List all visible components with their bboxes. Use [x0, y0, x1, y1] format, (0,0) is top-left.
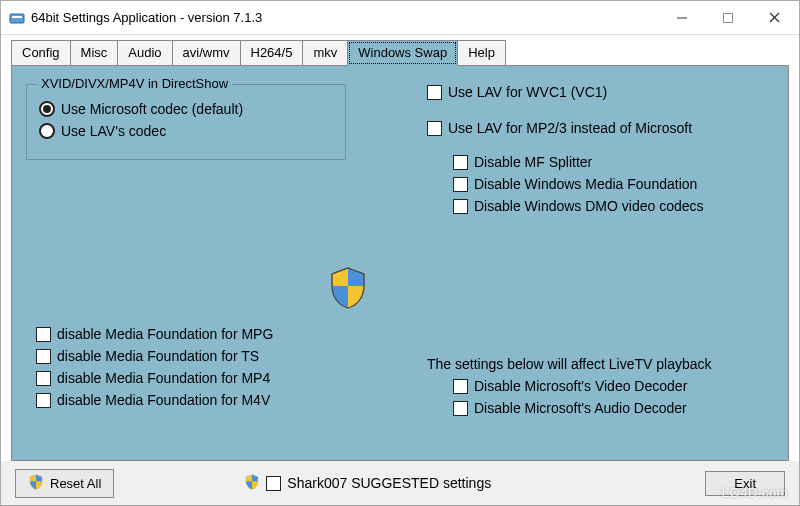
- button-label: Reset All: [50, 476, 101, 491]
- groupbox-legend: XVID/DIVX/MP4V in DirectShow: [37, 76, 232, 91]
- footer: Reset All Shark007 SUGGESTED settings Ex…: [1, 461, 799, 505]
- app-icon: [9, 10, 25, 26]
- tabbar: Config Misc Audio avi/wmv H264/5 mkv Win…: [1, 35, 799, 65]
- checkbox-disable-wmf[interactable]: Disable Windows Media Foundation: [453, 176, 787, 192]
- checkbox-disable-mf-splitter[interactable]: Disable MF Splitter: [453, 154, 787, 170]
- checkbox-disable-mf-ts[interactable]: disable Media Foundation for TS: [36, 348, 273, 364]
- shield-icon: [244, 474, 260, 493]
- minimize-button[interactable]: [659, 2, 705, 34]
- groupbox-xvid-divx-mp4v: XVID/DIVX/MP4V in DirectShow Use Microso…: [26, 84, 346, 160]
- window-controls: [659, 2, 797, 34]
- checkbox-label: Disable MF Splitter: [474, 154, 592, 170]
- checkbox-label: disable Media Foundation for TS: [57, 348, 259, 364]
- checkbox-disable-dmo[interactable]: Disable Windows DMO video codecs: [453, 198, 787, 214]
- radio-label: Use LAV's codec: [61, 123, 166, 139]
- radio-icon: [39, 123, 55, 139]
- right-lower-column: The settings below will affect LiveTV pl…: [427, 356, 787, 422]
- checkbox-label: Shark007 SUGGESTED settings: [287, 475, 491, 491]
- checkbox-icon: [36, 349, 51, 364]
- checkbox-icon: [453, 199, 468, 214]
- checkbox-use-lav-mp23[interactable]: Use LAV for MP2/3 instead of Microsoft: [427, 120, 787, 136]
- checkbox-label: Disable Windows DMO video codecs: [474, 198, 704, 214]
- close-button[interactable]: [751, 2, 797, 34]
- livetv-caption: The settings below will affect LiveTV pl…: [427, 356, 787, 372]
- maximize-button[interactable]: [705, 2, 751, 34]
- svg-rect-1: [12, 16, 22, 18]
- tab-help[interactable]: Help: [457, 40, 506, 66]
- tab-avi-wmv[interactable]: avi/wmv: [172, 40, 241, 66]
- svg-rect-0: [10, 14, 24, 23]
- checkbox-disable-mf-mp4[interactable]: disable Media Foundation for MP4: [36, 370, 273, 386]
- checkbox-label: disable Media Foundation for MPG: [57, 326, 273, 342]
- tab-audio[interactable]: Audio: [117, 40, 172, 66]
- watermark: LO4D.com: [722, 485, 788, 500]
- checkbox-disable-ms-audio-decoder[interactable]: Disable Microsoft's Audio Decoder: [453, 400, 787, 416]
- checkbox-disable-ms-video-decoder[interactable]: Disable Microsoft's Video Decoder: [453, 378, 787, 394]
- tab-config[interactable]: Config: [11, 40, 71, 66]
- tab-windows-swap[interactable]: Windows Swap: [347, 40, 458, 66]
- checkbox-label: Use LAV for WVC1 (VC1): [448, 84, 607, 100]
- window-title: 64bit Settings Application - version 7.1…: [31, 10, 659, 25]
- checkbox-icon: [453, 177, 468, 192]
- tab-mkv[interactable]: mkv: [302, 40, 348, 66]
- titlebar: 64bit Settings Application - version 7.1…: [1, 1, 799, 35]
- shield-icon: [326, 266, 370, 313]
- checkbox-label: disable Media Foundation for MP4: [57, 370, 270, 386]
- checkbox-icon: [427, 85, 442, 100]
- checkbox-suggested-settings[interactable]: Shark007 SUGGESTED settings: [266, 475, 491, 491]
- checkbox-disable-mf-m4v[interactable]: disable Media Foundation for M4V: [36, 392, 273, 408]
- tab-content: XVID/DIVX/MP4V in DirectShow Use Microso…: [11, 65, 789, 461]
- suggested-settings-group: Shark007 SUGGESTED settings: [244, 474, 491, 493]
- checkbox-icon: [36, 371, 51, 386]
- radio-use-lav-codec[interactable]: Use LAV's codec: [39, 123, 333, 139]
- checkbox-icon: [36, 393, 51, 408]
- reset-all-button[interactable]: Reset All: [15, 469, 114, 498]
- checkbox-icon: [427, 121, 442, 136]
- app-window: 64bit Settings Application - version 7.1…: [0, 0, 800, 506]
- radio-label: Use Microsoft codec (default): [61, 101, 243, 117]
- checkbox-icon: [453, 379, 468, 394]
- right-column: Use LAV for WVC1 (VC1) Use LAV for MP2/3…: [427, 78, 787, 220]
- checkbox-label: Disable Microsoft's Video Decoder: [474, 378, 687, 394]
- tab-h264-5[interactable]: H264/5: [240, 40, 304, 66]
- checkbox-label: disable Media Foundation for M4V: [57, 392, 270, 408]
- tab-misc[interactable]: Misc: [70, 40, 119, 66]
- shield-icon: [28, 474, 44, 493]
- radio-use-microsoft-codec[interactable]: Use Microsoft codec (default): [39, 101, 333, 117]
- checkbox-icon: [36, 327, 51, 342]
- checkbox-label: Use LAV for MP2/3 instead of Microsoft: [448, 120, 692, 136]
- checkbox-icon: [453, 401, 468, 416]
- checkbox-icon: [453, 155, 468, 170]
- left-lower-column: disable Media Foundation for MPG disable…: [36, 320, 273, 414]
- checkbox-disable-mf-mpg[interactable]: disable Media Foundation for MPG: [36, 326, 273, 342]
- svg-rect-3: [724, 13, 733, 22]
- checkbox-icon: [266, 476, 281, 491]
- checkbox-label: Disable Microsoft's Audio Decoder: [474, 400, 687, 416]
- checkbox-use-lav-wvc1[interactable]: Use LAV for WVC1 (VC1): [427, 84, 787, 100]
- radio-icon: [39, 101, 55, 117]
- checkbox-label: Disable Windows Media Foundation: [474, 176, 697, 192]
